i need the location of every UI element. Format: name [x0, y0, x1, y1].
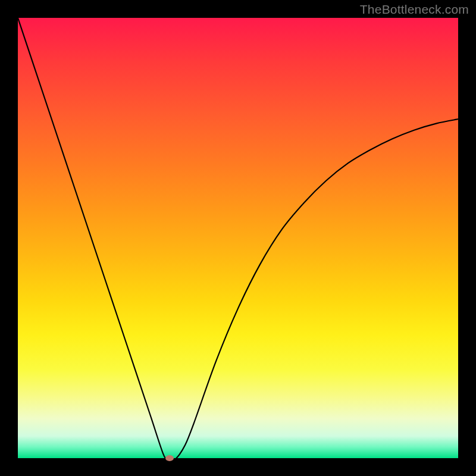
chart-frame	[18, 18, 458, 458]
bottleneck-curve	[18, 18, 458, 458]
plot-area	[18, 18, 458, 458]
watermark-text: TheBottleneck.com	[360, 2, 469, 17]
curve-svg	[18, 18, 458, 458]
optimum-marker-dot	[165, 455, 174, 461]
